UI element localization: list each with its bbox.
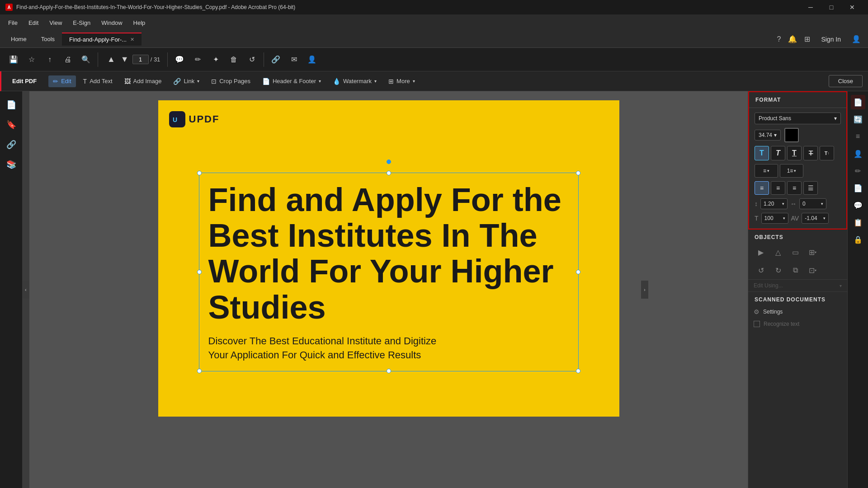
help-icon[interactable]: ? <box>777 35 781 43</box>
edit-tool-watermark[interactable]: 💧 Watermark ▾ <box>328 75 381 87</box>
print-button[interactable]: 🖨 <box>60 54 76 66</box>
bookmark-button[interactable]: ☆ <box>24 53 40 66</box>
close-window-button[interactable]: ✕ <box>842 0 863 14</box>
rotate-ccw-button[interactable]: ↺ <box>754 263 768 277</box>
settings-icon: ⚙ <box>754 308 760 315</box>
align-justify-button[interactable]: ☰ <box>803 181 818 195</box>
headline-text[interactable]: Find and Apply For the Best Institutes I… <box>199 173 578 330</box>
sidebar-item-bookmarks[interactable]: 🔖 <box>3 117 19 133</box>
mail-button[interactable]: ✉ <box>286 53 302 66</box>
bold-button[interactable]: T <box>755 146 769 160</box>
line-spacing-input[interactable]: 1.20 ▾ <box>760 198 788 209</box>
collapse-left-arrow[interactable]: ‹ <box>22 281 29 299</box>
menu-file[interactable]: File <box>4 18 22 28</box>
save-button[interactable]: 💾 <box>5 53 22 66</box>
notification-icon[interactable]: 🔔 <box>788 35 797 43</box>
collapse-right-arrow[interactable]: › <box>641 281 648 299</box>
link-tool-button[interactable]: 🔗 <box>268 53 284 66</box>
menu-window[interactable]: Window <box>97 18 127 28</box>
far-right-icon-4[interactable]: 👤 <box>851 146 865 161</box>
strikethrough-button[interactable]: T̶ <box>803 146 818 160</box>
align-left-button[interactable]: ≡ <box>755 181 769 195</box>
sidebar-item-links[interactable]: 🔗 <box>3 136 19 153</box>
align-right-button[interactable]: ≡ <box>787 181 802 195</box>
user-toolbar-button[interactable]: 👤 <box>304 53 320 66</box>
align-center-button[interactable]: ≡ <box>771 181 785 195</box>
font-scale-input[interactable]: 100 ▾ <box>761 213 788 224</box>
menu-esign[interactable]: E-Sign <box>68 18 95 28</box>
edit-tool-edit[interactable]: ✏ Edit <box>48 75 75 87</box>
subheadline-text[interactable]: Discover The Best Educational Institute … <box>199 330 578 371</box>
rotate-button[interactable]: ↺ <box>244 53 260 66</box>
rotate-handle[interactable] <box>387 160 391 164</box>
edit-tool-crop[interactable]: ⊡ Crop Pages <box>207 75 255 87</box>
comment-button[interactable]: 💬 <box>171 53 188 66</box>
font-family-selector[interactable]: Product Sans ▾ <box>755 113 841 124</box>
menu-view[interactable]: View <box>45 18 66 28</box>
menu-help[interactable]: Help <box>129 18 150 28</box>
edit-tool-header-footer[interactable]: 📄 Header & Footer ▾ <box>258 75 326 87</box>
middle-right-handle[interactable] <box>576 270 580 274</box>
minimize-button[interactable]: ─ <box>800 0 821 14</box>
delete-button[interactable]: 🗑 <box>226 54 242 66</box>
edit-tool-add-text[interactable]: T Add Text <box>79 75 117 87</box>
italic-button[interactable]: T <box>771 146 785 160</box>
select-object-button[interactable]: ▶ <box>754 245 768 259</box>
prev-page-button[interactable]: ▲ <box>105 53 117 66</box>
sidebar-item-layers[interactable]: 📚 <box>3 156 19 173</box>
far-right-icon-5[interactable]: ✏ <box>851 164 865 178</box>
settings-row[interactable]: ⚙ Settings <box>748 305 847 318</box>
bottom-left-handle[interactable] <box>197 369 202 373</box>
far-right-icon-9[interactable]: 🔒 <box>851 232 865 247</box>
text-color-picker[interactable] <box>784 128 799 142</box>
underline-button[interactable]: T <box>787 146 802 160</box>
menu-edit[interactable]: Edit <box>24 18 43 28</box>
crop-object-button[interactable]: ▭ <box>788 245 802 259</box>
kern-input[interactable]: -1.04 ▾ <box>802 213 829 224</box>
tab-home[interactable]: Home <box>4 33 34 45</box>
recognize-text-checkbox[interactable] <box>754 321 760 327</box>
maximize-button[interactable]: □ <box>821 0 842 14</box>
top-left-handle[interactable] <box>197 171 202 175</box>
text-selection-box[interactable]: Find and Apply For the Best Institutes I… <box>199 173 579 371</box>
grid-icon[interactable]: ⊞ <box>804 35 810 43</box>
highlight-button[interactable]: ✦ <box>208 53 224 66</box>
close-edit-button[interactable]: Close <box>829 75 863 87</box>
char-spacing-input[interactable]: 0 ▾ <box>799 198 826 209</box>
unordered-list-button[interactable]: ≡ ▾ <box>755 164 778 178</box>
edit-tool-add-image[interactable]: 🖼 Add Image <box>120 75 166 87</box>
tab-close-button[interactable]: ✕ <box>130 37 134 42</box>
rotate-cw-button[interactable]: ↻ <box>771 263 785 277</box>
far-right-icon-1[interactable]: 📄 <box>851 95 865 109</box>
ordered-list-button[interactable]: 1≡ ▾ <box>780 164 803 178</box>
font-size-selector[interactable]: 34.74 ▾ <box>755 130 781 141</box>
next-page-button[interactable]: ▼ <box>119 53 131 66</box>
pen-button[interactable]: ✏ <box>189 53 206 66</box>
superscript-button[interactable]: T↑ <box>820 146 834 160</box>
bottom-right-handle[interactable] <box>576 369 580 373</box>
page-number-input[interactable] <box>132 55 149 64</box>
sidebar-item-pages[interactable]: 📄 <box>3 97 19 113</box>
tab-tools[interactable]: Tools <box>34 33 62 45</box>
group-button[interactable]: ⧉ <box>788 263 802 277</box>
far-right-icon-2[interactable]: 🔄 <box>851 112 865 127</box>
cloud-upload-button[interactable]: ↑ <box>42 54 58 66</box>
middle-left-handle[interactable] <box>197 270 202 274</box>
arrange-button[interactable]: ⊞ ▾ <box>805 245 820 259</box>
far-right-icon-8[interactable]: 📋 <box>851 215 865 230</box>
align-objects-button[interactable]: ⊡ ▾ <box>805 263 820 277</box>
edit-using-dropdown[interactable]: ▾ <box>840 283 842 288</box>
polygon-tool-button[interactable]: △ <box>771 245 785 259</box>
far-right-icon-6[interactable]: 📄 <box>851 181 865 195</box>
far-right-icon-7[interactable]: 💬 <box>851 198 865 212</box>
top-right-handle[interactable] <box>576 171 580 175</box>
zoom-button[interactable]: 🔍 <box>78 53 94 66</box>
far-right-icon-3[interactable]: ≡ <box>851 129 865 144</box>
edit-tool-more[interactable]: ⊞ More ▾ <box>384 75 420 87</box>
edit-tool-link[interactable]: 🔗 Link ▾ <box>169 75 204 87</box>
tab-active-document[interactable]: Find-and-Apply-For-... ✕ <box>62 33 142 46</box>
bottom-middle-handle[interactable] <box>387 369 391 373</box>
profile-icon[interactable]: 👤 <box>852 35 861 43</box>
top-middle-handle[interactable] <box>387 171 391 175</box>
sign-in-button[interactable]: Sign In <box>817 34 844 45</box>
